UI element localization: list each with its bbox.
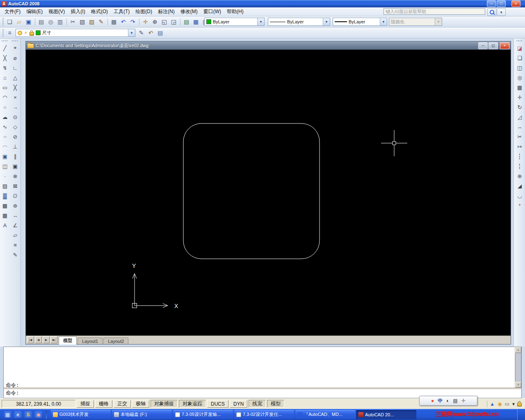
publish-icon[interactable]: ▥ bbox=[55, 17, 65, 27]
command-history-scrollbar[interactable]: ▴ ▾ bbox=[515, 347, 521, 388]
polygon-icon[interactable]: ⌂ bbox=[0, 73, 9, 82]
tab-first-button[interactable]: |◀ bbox=[27, 336, 34, 343]
layer-control-combo[interactable]: ☀ 尺寸 ▾ bbox=[16, 29, 135, 37]
task-button[interactable]: AutoCAD 20... bbox=[356, 410, 416, 419]
combo-arrow-icon[interactable]: ▾ bbox=[257, 18, 264, 25]
layer-states-manager-icon[interactable]: ▤ bbox=[155, 28, 165, 38]
plot-preview-icon[interactable]: ◎ bbox=[46, 17, 55, 27]
ie-icon[interactable]: e bbox=[14, 411, 21, 418]
menu-item[interactable]: 格式(O) bbox=[88, 7, 111, 16]
menu-item[interactable]: 插入(I) bbox=[68, 7, 88, 16]
toggle-snap[interactable]: 捕捉 bbox=[77, 400, 94, 408]
menu-item[interactable]: 编辑(E) bbox=[23, 7, 46, 16]
scroll-up-icon[interactable]: ▴ bbox=[515, 347, 521, 353]
help-search-input[interactable] bbox=[383, 8, 485, 15]
fillet-icon[interactable]: ◡ bbox=[515, 191, 524, 200]
mirror-icon[interactable]: ◫ bbox=[515, 63, 524, 72]
copy-icon[interactable]: ▧ bbox=[78, 17, 87, 27]
sogou-icon[interactable]: S bbox=[25, 411, 32, 418]
zoom-realtime-icon[interactable]: ⊕ bbox=[150, 17, 160, 27]
toggle-ducs[interactable]: DUCS bbox=[207, 400, 228, 408]
maximize-button[interactable]: □ bbox=[497, 0, 506, 7]
snap-center-icon[interactable]: ⊙ bbox=[11, 112, 20, 121]
tab-next-button[interactable]: ▶ bbox=[43, 336, 50, 343]
list-icon[interactable]: ≡ bbox=[11, 240, 20, 249]
make-objects-layer-current-icon[interactable]: ✎ bbox=[137, 28, 146, 38]
clean-screen-icon[interactable]: ▭ bbox=[505, 401, 509, 407]
task-button[interactable]: 『AutoCAD、MD... bbox=[295, 410, 355, 419]
zoom-window-icon[interactable]: ◱ bbox=[160, 17, 169, 27]
help-search-button[interactable] bbox=[487, 8, 496, 16]
region-icon[interactable]: ▩ bbox=[0, 201, 9, 210]
rotate-icon[interactable]: ↻ bbox=[515, 103, 524, 112]
pan-icon[interactable]: ✛ bbox=[141, 17, 150, 27]
snap-insert-icon[interactable]: ▣ bbox=[11, 162, 20, 171]
stretch-icon[interactable]: ↔ bbox=[515, 122, 524, 131]
area-icon[interactable]: ▱ bbox=[11, 231, 20, 240]
array-icon[interactable]: ▦ bbox=[515, 83, 524, 92]
task-button[interactable]: 7.3-02设计开发任... bbox=[234, 410, 294, 419]
task-button[interactable]: 本地磁盘 (F:) bbox=[112, 410, 172, 419]
ellipse-arc-icon[interactable]: ◠ bbox=[0, 142, 9, 151]
doc-restore-button[interactable]: ◱ bbox=[488, 42, 498, 49]
break-at-point-icon[interactable]: ┆ bbox=[515, 152, 524, 161]
spline-icon[interactable]: ∿ bbox=[0, 122, 9, 131]
linetype-control-combo[interactable]: ByLayer ▾ bbox=[268, 18, 330, 26]
toggle-model[interactable]: 模型 bbox=[267, 400, 284, 408]
task-button[interactable]: G003技术开发 bbox=[51, 410, 111, 419]
angle-icon[interactable]: ∠ bbox=[11, 221, 20, 230]
show-desktop-icon[interactable]: ▦ bbox=[4, 411, 11, 418]
snap-perpendicular-icon[interactable]: ⊥ bbox=[11, 142, 20, 151]
toggle-dyn[interactable]: DYN bbox=[230, 400, 247, 408]
ime-settings-icon[interactable]: ✛ bbox=[461, 398, 466, 404]
plot-icon[interactable]: ▤ bbox=[37, 17, 46, 27]
communication-center-icon[interactable]: ◉ bbox=[498, 401, 502, 407]
open-icon[interactable]: ▱ bbox=[14, 17, 24, 27]
toggle-grid[interactable]: 栅格 bbox=[95, 400, 112, 408]
zoom-previous-icon[interactable]: ◲ bbox=[169, 17, 178, 27]
command-history[interactable]: 命令:AutoCAD 菜单实用程序已加载。贱人工具箱已加载, 启动命令: Y或Y… bbox=[4, 347, 521, 388]
menu-item[interactable]: 视图(V) bbox=[46, 7, 68, 16]
extend-icon[interactable]: ↦ bbox=[515, 142, 524, 151]
combo-arrow-icon[interactable]: ▾ bbox=[128, 29, 135, 37]
ime-lang-icon[interactable]: 中 bbox=[438, 397, 443, 404]
paste-icon[interactable]: ▨ bbox=[87, 17, 96, 27]
polyline-icon[interactable]: ↯ bbox=[0, 63, 9, 72]
multiline-text-icon[interactable]: A bbox=[0, 221, 9, 230]
toolbar-grip[interactable] bbox=[2, 40, 8, 41]
save-icon[interactable]: ▣ bbox=[24, 17, 33, 27]
scale-icon[interactable]: ◿ bbox=[515, 112, 524, 121]
join-icon[interactable]: ⊕ bbox=[515, 171, 524, 180]
menu-item[interactable]: 标注(N) bbox=[155, 7, 178, 16]
layout-tab[interactable]: 模型 bbox=[59, 336, 77, 345]
lineweight-control-combo[interactable]: ByLayer ▾ bbox=[333, 18, 387, 26]
point-icon[interactable]: ∙ bbox=[0, 171, 9, 180]
snap-nearest-icon[interactable]: ⊠ bbox=[11, 181, 20, 190]
design-center-icon[interactable]: ▦ bbox=[191, 17, 201, 27]
snap-parallel-icon[interactable]: ∥ bbox=[11, 152, 20, 161]
doc-close-button[interactable]: × bbox=[500, 42, 509, 49]
properties-icon[interactable]: ▤ bbox=[182, 17, 191, 27]
line-icon[interactable]: ╱ bbox=[0, 43, 9, 52]
layer-previous-icon[interactable]: ↶ bbox=[146, 28, 155, 38]
explode-icon[interactable]: * bbox=[515, 201, 524, 210]
help-search-dropdown-button[interactable]: ▾ bbox=[497, 8, 506, 16]
undo-icon[interactable]: ↶ bbox=[119, 17, 128, 27]
ellipse-icon[interactable]: ○ bbox=[0, 132, 9, 141]
scrollbar-thumb[interactable] bbox=[515, 353, 521, 381]
layout-tab[interactable]: Layout1 bbox=[78, 338, 103, 344]
hatch-icon[interactable]: ▨ bbox=[0, 181, 9, 190]
tab-last-button[interactable]: ▶| bbox=[50, 336, 57, 343]
chamfer-icon[interactable]: ◢ bbox=[515, 181, 524, 190]
scroll-down-icon[interactable]: ▾ bbox=[515, 382, 521, 388]
snap-apparent-intersection-icon[interactable]: × bbox=[11, 93, 20, 102]
rectangle-icon[interactable]: ▭ bbox=[0, 83, 9, 92]
menu-item[interactable]: 修改(M) bbox=[178, 7, 201, 16]
revision-cloud-icon[interactable]: ☁ bbox=[0, 112, 9, 121]
tab-prev-button[interactable]: ◀ bbox=[35, 336, 42, 343]
snap-tangent-icon[interactable]: ⊘ bbox=[11, 132, 20, 141]
status-menu-arrow-icon[interactable]: ▾ bbox=[512, 401, 515, 407]
ime-keyboard-icon[interactable]: ▤ bbox=[453, 398, 458, 404]
snap-from-icon[interactable]: ⌀ bbox=[11, 53, 20, 62]
arc-icon[interactable]: ◠ bbox=[0, 93, 9, 102]
